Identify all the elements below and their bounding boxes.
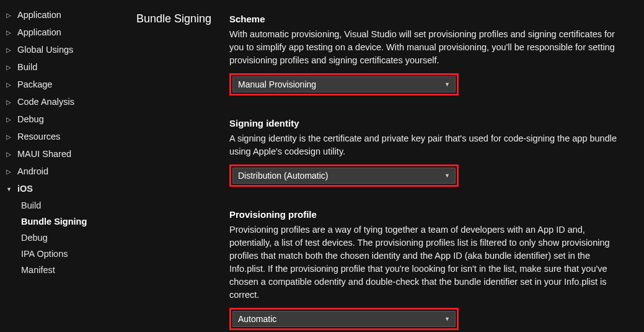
scheme-dropdown[interactable]: Manual Provisioning ▼	[232, 76, 456, 92]
sidebar-item-label: Global Usings	[17, 45, 73, 55]
highlight-box: Distribution (Automatic) ▼	[229, 164, 459, 187]
chevron-down-icon: ▼	[444, 316, 450, 322]
caret-right-icon	[6, 81, 15, 88]
sidebar-child-build[interactable]: Build	[4, 197, 130, 213]
caret-right-icon	[6, 151, 15, 158]
sidebar-item-label: Debug	[17, 114, 44, 124]
sidebar-child-debug[interactable]: Debug	[4, 230, 130, 246]
sidebar-item-application-1[interactable]: Application	[4, 6, 130, 24]
setting-heading: Scheme	[229, 14, 625, 24]
sidebar-child-label: Debug	[21, 233, 48, 243]
sidebar-item-android[interactable]: Android	[4, 163, 130, 180]
setting-heading: Provisioning profile	[229, 209, 625, 220]
dropdown-value: Automatic	[238, 314, 276, 324]
caret-right-icon	[6, 12, 15, 19]
sidebar-item-code-analysis[interactable]: Code Analysis	[4, 93, 130, 110]
section-title: Bundle Signing	[130, 0, 229, 332]
caret-right-icon	[6, 99, 15, 105]
setting-description: Provisioning profiles are a way of tying…	[229, 223, 620, 302]
setting-description: With automatic provisioning, Visual Stud…	[229, 28, 620, 67]
sidebar-item-package[interactable]: Package	[4, 76, 130, 93]
sidebar-child-ipa-options[interactable]: IPA Options	[4, 246, 130, 262]
caret-right-icon	[6, 168, 15, 175]
sidebar-item-maui-shared[interactable]: MAUI Shared	[4, 145, 130, 163]
signing-identity-dropdown[interactable]: Distribution (Automatic) ▼	[232, 168, 456, 184]
highlight-box: Manual Provisioning ▼	[229, 73, 459, 96]
sidebar-item-label: Code Analysis	[17, 97, 74, 107]
sidebar-child-manifest[interactable]: Manifest	[4, 262, 130, 278]
sidebar-item-ios[interactable]: iOS	[4, 180, 130, 197]
chevron-down-icon: ▼	[444, 173, 450, 179]
sidebar-item-label: iOS	[17, 184, 33, 194]
sidebar-item-label: Application	[17, 27, 61, 37]
settings-sidebar: Application Application Global Usings Bu…	[0, 0, 130, 332]
caret-right-icon	[6, 64, 15, 71]
sidebar-item-debug[interactable]: Debug	[4, 110, 130, 128]
caret-right-icon	[6, 29, 15, 36]
sidebar-item-label: Package	[17, 79, 52, 89]
sidebar-item-label: Android	[17, 166, 48, 176]
caret-right-icon	[6, 47, 15, 53]
settings-content: Scheme With automatic provisioning, Visu…	[229, 0, 644, 332]
sidebar-item-label: Build	[17, 62, 37, 72]
caret-down-icon	[6, 186, 15, 192]
dropdown-value: Distribution (Automatic)	[238, 171, 329, 181]
highlight-box: Automatic ▼	[229, 308, 459, 330]
sidebar-item-label: Application	[17, 10, 61, 20]
setting-scheme: Scheme With automatic provisioning, Visu…	[229, 14, 625, 96]
sidebar-child-bundle-signing[interactable]: Bundle Signing	[4, 213, 130, 230]
sidebar-item-application-2[interactable]: Application	[4, 24, 130, 41]
sidebar-child-label: Bundle Signing	[21, 217, 87, 227]
chevron-down-icon: ▼	[444, 81, 450, 87]
sidebar-item-global-usings[interactable]: Global Usings	[4, 41, 130, 58]
caret-right-icon	[6, 116, 15, 123]
caret-right-icon	[6, 133, 15, 140]
sidebar-child-label: Build	[21, 200, 41, 210]
setting-signing-identity: Signing identity A signing identity is t…	[229, 118, 625, 187]
sidebar-item-label: Resources	[17, 132, 60, 141]
sidebar-child-label: IPA Options	[21, 249, 68, 259]
setting-description: A signing identity is the certificate an…	[229, 132, 620, 158]
sidebar-child-label: Manifest	[21, 265, 55, 275]
sidebar-item-build[interactable]: Build	[4, 58, 130, 76]
setting-heading: Signing identity	[229, 118, 625, 128]
setting-provisioning-profile: Provisioning profile Provisioning profil…	[229, 209, 625, 330]
sidebar-item-label: MAUI Shared	[17, 149, 71, 159]
dropdown-value: Manual Provisioning	[238, 79, 316, 89]
provisioning-profile-dropdown[interactable]: Automatic ▼	[232, 311, 456, 327]
sidebar-item-resources[interactable]: Resources	[4, 128, 130, 145]
